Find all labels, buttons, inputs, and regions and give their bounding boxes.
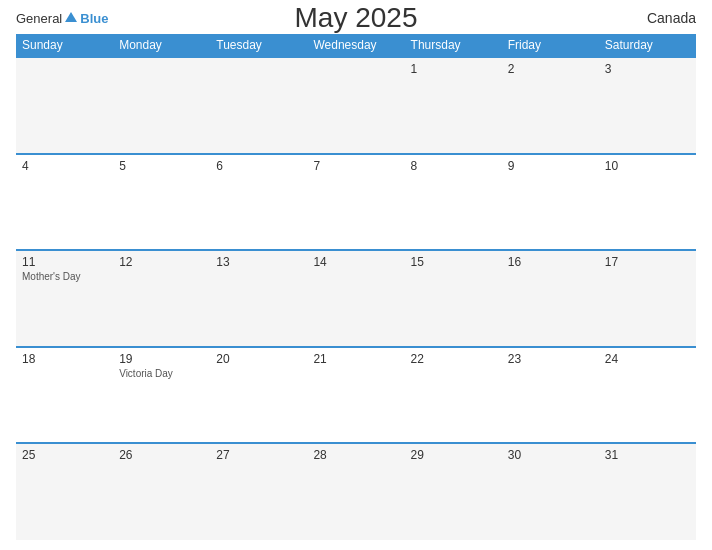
calendar-cell: 23 [502, 347, 599, 444]
calendar-cell: 30 [502, 443, 599, 540]
calendar-cell: 2 [502, 57, 599, 154]
day-number: 31 [605, 448, 690, 462]
day-number: 30 [508, 448, 593, 462]
calendar-cell [16, 57, 113, 154]
header-wednesday: Wednesday [307, 34, 404, 57]
day-number: 7 [313, 159, 398, 173]
calendar-cell: 20 [210, 347, 307, 444]
day-number: 8 [411, 159, 496, 173]
day-number: 21 [313, 352, 398, 366]
day-number: 9 [508, 159, 593, 173]
day-number: 5 [119, 159, 204, 173]
calendar-cell: 15 [405, 250, 502, 347]
calendar-cell: 29 [405, 443, 502, 540]
day-number: 2 [508, 62, 593, 76]
day-number: 22 [411, 352, 496, 366]
calendar-week-row: 11Mother's Day121314151617 [16, 250, 696, 347]
month-title: May 2025 [295, 2, 418, 34]
calendar-week-row: 1819Victoria Day2021222324 [16, 347, 696, 444]
logo-blue-text: Blue [80, 11, 108, 26]
day-number: 15 [411, 255, 496, 269]
calendar-cell: 9 [502, 154, 599, 251]
day-number: 1 [411, 62, 496, 76]
calendar-cell: 31 [599, 443, 696, 540]
header-friday: Friday [502, 34, 599, 57]
calendar-cell: 19Victoria Day [113, 347, 210, 444]
header-thursday: Thursday [405, 34, 502, 57]
calendar-cell: 5 [113, 154, 210, 251]
day-number: 16 [508, 255, 593, 269]
day-number: 28 [313, 448, 398, 462]
calendar-cell: 28 [307, 443, 404, 540]
calendar-cell: 21 [307, 347, 404, 444]
event-label: Mother's Day [22, 271, 107, 282]
day-number: 17 [605, 255, 690, 269]
logo: General Blue [16, 11, 108, 26]
logo-triangle-icon [65, 12, 77, 22]
country-label: Canada [647, 10, 696, 26]
calendar-cell [307, 57, 404, 154]
calendar-cell: 22 [405, 347, 502, 444]
calendar-cell [113, 57, 210, 154]
day-number: 27 [216, 448, 301, 462]
day-number: 26 [119, 448, 204, 462]
calendar-cell: 24 [599, 347, 696, 444]
header-sunday: Sunday [16, 34, 113, 57]
calendar-cell: 8 [405, 154, 502, 251]
day-number: 29 [411, 448, 496, 462]
calendar-week-row: 123 [16, 57, 696, 154]
calendar-header: General Blue May 2025 Canada [16, 10, 696, 26]
calendar-cell: 12 [113, 250, 210, 347]
event-label: Victoria Day [119, 368, 204, 379]
calendar-cell: 16 [502, 250, 599, 347]
calendar-cell: 1 [405, 57, 502, 154]
header-tuesday: Tuesday [210, 34, 307, 57]
calendar-week-row: 25262728293031 [16, 443, 696, 540]
calendar-cell: 6 [210, 154, 307, 251]
calendar-wrapper: General Blue May 2025 Canada Sunday Mond… [0, 0, 712, 550]
calendar-week-row: 45678910 [16, 154, 696, 251]
calendar-cell: 11Mother's Day [16, 250, 113, 347]
day-number: 19 [119, 352, 204, 366]
calendar-cell: 7 [307, 154, 404, 251]
day-number: 18 [22, 352, 107, 366]
calendar-cell: 10 [599, 154, 696, 251]
day-number: 24 [605, 352, 690, 366]
calendar-cell: 14 [307, 250, 404, 347]
calendar-cell: 4 [16, 154, 113, 251]
day-number: 11 [22, 255, 107, 269]
weekday-header-row: Sunday Monday Tuesday Wednesday Thursday… [16, 34, 696, 57]
day-number: 6 [216, 159, 301, 173]
calendar-cell: 13 [210, 250, 307, 347]
header-monday: Monday [113, 34, 210, 57]
day-number: 20 [216, 352, 301, 366]
header-saturday: Saturday [599, 34, 696, 57]
calendar-cell [210, 57, 307, 154]
day-number: 10 [605, 159, 690, 173]
day-number: 12 [119, 255, 204, 269]
calendar-cell: 3 [599, 57, 696, 154]
day-number: 13 [216, 255, 301, 269]
calendar-cell: 18 [16, 347, 113, 444]
day-number: 23 [508, 352, 593, 366]
calendar-table: Sunday Monday Tuesday Wednesday Thursday… [16, 34, 696, 540]
day-number: 25 [22, 448, 107, 462]
calendar-cell: 17 [599, 250, 696, 347]
day-number: 3 [605, 62, 690, 76]
logo-general-text: General [16, 11, 62, 26]
day-number: 14 [313, 255, 398, 269]
day-number: 4 [22, 159, 107, 173]
calendar-cell: 27 [210, 443, 307, 540]
calendar-cell: 25 [16, 443, 113, 540]
calendar-cell: 26 [113, 443, 210, 540]
